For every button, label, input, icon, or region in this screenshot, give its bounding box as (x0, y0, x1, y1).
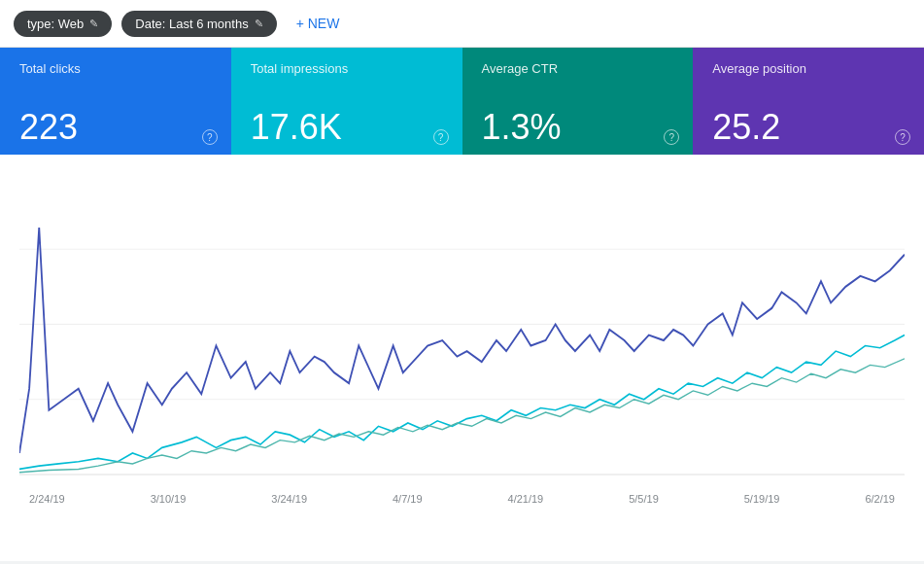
x-label-3: 3/24/19 (271, 493, 307, 505)
x-label-1: 2/24/19 (29, 493, 65, 505)
metric-card-clicks: Total clicks 223 ? (0, 48, 231, 155)
x-label-6: 5/5/19 (629, 493, 659, 505)
position-help-icon[interactable]: ? (895, 129, 910, 145)
chart-line-clicks (19, 228, 905, 453)
metric-card-impressions: Total impressions 17.6K ? (231, 48, 462, 155)
ctr-label: Average CTR (482, 61, 674, 76)
x-label-8: 6/2/19 (865, 493, 895, 505)
metric-card-position: Average position 25.2 ? (693, 48, 924, 155)
clicks-help-icon[interactable]: ? (202, 129, 218, 145)
x-label-5: 4/21/19 (508, 493, 544, 505)
ctr-value: 1.3% (482, 110, 674, 145)
date-filter-label: Date: Last 6 months (135, 17, 248, 31)
chart-container: 2/24/19 3/10/19 3/24/19 4/7/19 4/21/19 5… (19, 174, 905, 551)
x-axis-labels: 2/24/19 3/10/19 3/24/19 4/7/19 4/21/19 5… (19, 489, 905, 505)
impressions-value: 17.6K (251, 110, 443, 145)
new-button[interactable]: + NEW (287, 10, 350, 37)
metrics-row: Total clicks 223 ? Total impressions 17.… (0, 48, 924, 155)
top-bar: type: Web ✎ Date: Last 6 months ✎ + NEW (0, 0, 924, 48)
impressions-label: Total impressions (251, 61, 443, 76)
clicks-value: 223 (19, 110, 212, 145)
page-content: Total clicks 223 ? Total impressions 17.… (0, 48, 924, 561)
x-label-2: 3/10/19 (151, 493, 187, 505)
chart-area: 2/24/19 3/10/19 3/24/19 4/7/19 4/21/19 5… (0, 155, 924, 561)
chart-line-impressions (19, 335, 905, 470)
type-filter-edit-icon: ✎ (89, 18, 98, 30)
line-chart (19, 174, 905, 485)
clicks-label: Total clicks (19, 61, 212, 76)
impressions-help-icon[interactable]: ? (433, 129, 449, 145)
date-filter-edit-icon: ✎ (255, 18, 263, 30)
date-filter-pill[interactable]: Date: Last 6 months ✎ (121, 11, 276, 37)
x-label-4: 4/7/19 (393, 493, 423, 505)
type-filter-label: type: Web (27, 17, 84, 31)
metric-card-ctr: Average CTR 1.3% ? (462, 48, 694, 155)
position-value: 25.2 (712, 110, 905, 145)
position-label: Average position (712, 61, 905, 76)
type-filter-pill[interactable]: type: Web ✎ (14, 11, 112, 37)
ctr-help-icon[interactable]: ? (664, 129, 679, 145)
x-label-7: 5/19/19 (744, 493, 780, 505)
